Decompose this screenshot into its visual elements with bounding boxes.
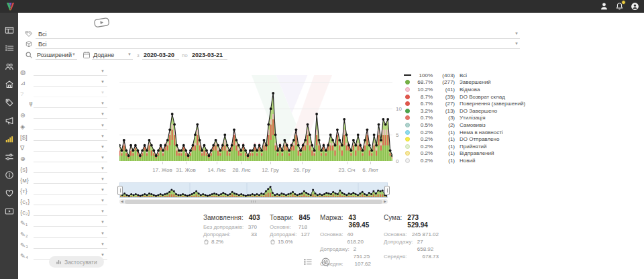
legend-item[interactable]: 0.2%(1)Прийнятий — [403, 143, 525, 150]
sidebar-item-info[interactable] — [0, 166, 18, 184]
chart-navigator[interactable] — [119, 182, 388, 198]
legend-item[interactable]: 8.7%(35)DO Возврат склад — [403, 93, 525, 101]
globe-filter-select[interactable]: ▼ — [34, 154, 107, 162]
legend-item[interactable]: 10.2%(41)Відмова — [403, 86, 525, 93]
m-token-filter-select[interactable]: ▼ — [34, 176, 107, 184]
legend-count: (1) — [437, 150, 455, 156]
c1-token-filter-row: {c₁}▼ — [20, 194, 107, 205]
sidebar-item-orders-list[interactable] — [0, 39, 18, 57]
chevron-down-icon: ▼ — [101, 242, 105, 246]
list-view-toggle[interactable] — [303, 258, 312, 266]
x-axis-label: 26. Гру — [287, 167, 317, 173]
stat-subrow: Основні:718 — [270, 223, 307, 231]
stat-subrow: Допродані:33 — [203, 231, 257, 238]
money-filter-icon: [$] — [20, 133, 34, 141]
sidebar-item-analytics[interactable] — [0, 129, 18, 148]
apply-button[interactable]: Застосувати — [49, 256, 104, 268]
question-filter-select[interactable]: ▼ — [34, 89, 107, 97]
legend-count: (1) — [437, 144, 455, 150]
legend-dot-swatch — [405, 158, 410, 163]
product-view-toggle[interactable] — [321, 258, 330, 266]
legend-label: DO Завершено — [460, 108, 497, 114]
t-token-filter-select[interactable]: ▼ — [34, 186, 107, 194]
stat-sublabel: Основна: — [384, 231, 407, 238]
category-select[interactable]: Всі ▼ — [36, 30, 520, 39]
sidebar-item-promotions[interactable] — [0, 93, 18, 111]
scroll-right-arrow-icon[interactable]: ▶ — [382, 199, 388, 204]
legend-item[interactable]: 0.2%(1)Нема в наявності — [403, 129, 525, 136]
date-field-select[interactable]: Додане ▼ — [92, 50, 133, 60]
legend-item[interactable]: 6.7%(27)Повернення (завершений) — [403, 100, 525, 107]
sidebar-item-customers[interactable] — [0, 57, 18, 75]
product-select[interactable]: Всі ▼ — [36, 40, 520, 49]
dashboard-icon — [5, 25, 14, 35]
globe-filter-row: ⊕▼ — [20, 152, 107, 162]
scrollbar-thumb[interactable] — [125, 200, 382, 204]
cube-filter-select[interactable]: ▼ — [34, 122, 107, 130]
legend-item[interactable]: 100%(403)Всі — [403, 72, 525, 79]
scroll-left-arrow-icon[interactable]: ◀ — [119, 199, 125, 204]
custom-field-3-filter-row: ✎₃▼ — [20, 238, 107, 249]
sidebar-item-dashboard[interactable] — [0, 21, 18, 39]
orders-timeline-chart[interactable] — [119, 67, 392, 161]
legend-dot-swatch — [405, 101, 410, 106]
legend-item[interactable]: 0.2%(1)Новий — [403, 157, 525, 164]
sidebar-item-video-tutorials[interactable] — [0, 202, 18, 220]
c1-token-filter-select[interactable]: ▼ — [34, 197, 107, 205]
legend-dot-swatch — [405, 87, 410, 92]
legend-item[interactable]: 3.2%(13)DO Завершено — [403, 107, 525, 115]
upsell-bag-icon — [270, 239, 276, 245]
legend-item[interactable]: 0.7%(3)Утилізація — [403, 115, 525, 122]
custom-field-2-filter-row: ✎₂▼ — [20, 227, 107, 237]
custom-field-1-filter-select[interactable]: ▼ — [34, 219, 107, 227]
fingerprint-filter-icon: ⊛ — [20, 111, 34, 119]
navigator-right-handle[interactable] — [384, 186, 390, 195]
legend-label: Всі — [460, 72, 467, 78]
app-logo-icon[interactable] — [5, 1, 15, 11]
money-filter-select[interactable]: ▼ — [34, 133, 107, 141]
date-from-input[interactable]: 2020-03-20 — [142, 50, 179, 60]
account-avatar-icon[interactable] — [629, 1, 640, 11]
legend-percent: 100% — [414, 72, 433, 78]
custom-field-2-filter-select[interactable]: ▼ — [34, 230, 107, 238]
stat-subvalue: 718 — [299, 223, 307, 231]
user-icon[interactable] — [598, 1, 609, 11]
legend-item[interactable]: 68.7%(277)Завершений — [403, 79, 525, 87]
sidebar-item-store[interactable] — [0, 75, 18, 93]
chart-scrollbar[interactable]: ◀ ▶ — [119, 199, 388, 204]
navigator-left-handle[interactable] — [117, 186, 123, 195]
legend-percent: 0.2% — [414, 158, 433, 164]
notifications-bell-icon[interactable] — [614, 1, 625, 11]
sidebar-item-settings[interactable] — [0, 148, 18, 166]
custom-field-3-filter-select[interactable]: ▼ — [34, 241, 107, 249]
legend-count: (13) — [437, 108, 455, 114]
legend-item[interactable]: 0.5%(2)Самовивіз — [403, 121, 525, 129]
t-token-filter-icon: {т} — [20, 187, 34, 194]
sidebar-item-partners[interactable] — [0, 184, 18, 202]
search-mode-select[interactable]: Розширений ▼ — [36, 50, 77, 60]
legend-item[interactable]: 0.2%(1)DO Отправлено — [403, 135, 525, 143]
funnel-filter-select[interactable]: ▼ — [34, 144, 107, 152]
s-token-filter-select[interactable]: ▼ — [34, 165, 107, 173]
date-from-label: з — [137, 52, 140, 58]
legend-item[interactable]: 0.2%(1)Відправлений — [403, 150, 525, 158]
stat-subrow: Основна:245 871.02 — [384, 231, 439, 238]
hierarchy-filter-select[interactable]: ▼ — [34, 100, 107, 108]
x-axis-label: 12. Гру — [256, 167, 285, 173]
date-to-input[interactable]: 2023-03-21 — [191, 50, 227, 60]
legend-label: DO Отправлено — [460, 136, 499, 142]
fingerprint-filter-select[interactable]: ▼ — [34, 111, 107, 119]
legend-count: (27) — [437, 101, 455, 107]
promotions-icon — [5, 98, 14, 107]
x-axis-tick — [162, 162, 163, 164]
chevron-down-icon: ▼ — [515, 42, 519, 46]
level-filter-icon: ⊿ — [20, 79, 34, 87]
cluster-filter-select[interactable]: ▼ — [34, 68, 107, 76]
stat-sublabel: Основна: — [320, 231, 343, 245]
stat-value: 43 369.45 — [349, 214, 371, 229]
sidebar-item-announcements[interactable] — [0, 111, 18, 129]
c2-token-filter-select[interactable]: ▼ — [34, 208, 107, 216]
level-filter-select[interactable]: ▼ — [34, 78, 107, 87]
date-to-label: по — [182, 52, 188, 58]
partners-icon — [5, 188, 14, 198]
